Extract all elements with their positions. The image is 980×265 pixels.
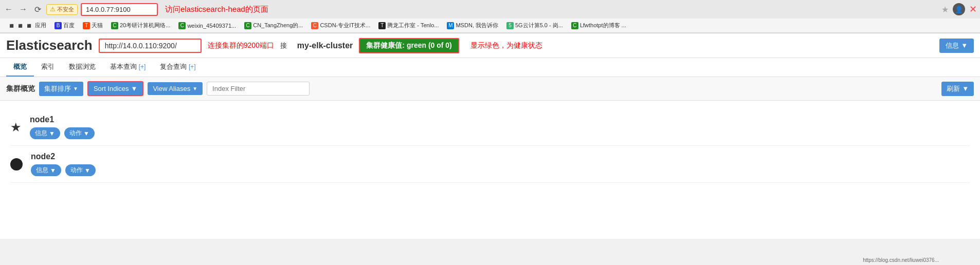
node1-info-label: 信息 — [35, 129, 47, 138]
account-icon[interactable]: 👤 — [953, 3, 965, 15]
basic-query-plus[interactable]: [+] — [139, 63, 146, 70]
connect-suffix: 接 — [280, 41, 287, 50]
cluster-sort-button[interactable]: 集群排序 ▼ — [39, 82, 83, 96]
forward-button[interactable]: → — [17, 4, 29, 15]
tab-overview-label: 概览 — [13, 63, 27, 70]
tab-basic-query[interactable]: 基本查询 [+] — [103, 58, 153, 77]
bookmark-5g[interactable]: 5 5G云计算5.0 - 岗... — [503, 21, 566, 30]
csdn-favicon: C — [311, 22, 318, 29]
cntang-favicon: C — [244, 22, 251, 29]
url-bar[interactable]: 14.0.0.77:9100 — [81, 3, 158, 16]
tab-index-label: 索引 — [41, 63, 55, 70]
close-button[interactable]: ✕ — [969, 4, 977, 15]
cluster-sort-label: 集群排序 — [44, 84, 71, 93]
node2-info-caret-icon: ▼ — [50, 167, 56, 174]
bookmark-lfwt[interactable]: C Lfwthotpt的博客 ... — [568, 21, 629, 30]
tab-data-browse[interactable]: 数据浏览 — [62, 58, 103, 77]
bookmark-tmall[interactable]: T 天猫 — [80, 21, 106, 30]
tab-data-browse-label: 数据浏览 — [69, 63, 96, 70]
node1-star-icon[interactable]: ★ — [10, 120, 22, 135]
msdn-favicon: M — [447, 22, 454, 29]
bookmark-5g-label: 5G云计算5.0 - 岗... — [515, 22, 563, 29]
tab-complex-query-label: 复合查询 — [160, 63, 187, 70]
bookmark-star-icon[interactable]: ★ — [941, 5, 949, 14]
node2-name: node2 — [31, 152, 96, 161]
browser-toolbar-right: ★ 👤 ✕ — [941, 3, 977, 15]
view-aliases-button[interactable]: View Aliases ▼ — [148, 82, 203, 95]
bookmark-msdn-label: MSDN, 我告诉你 — [456, 22, 498, 29]
sort-indices-label: Sort Indices — [94, 85, 129, 92]
info-button-label: 信息 — [946, 41, 959, 50]
page-title-annotation: 访问elasticsearch-head的页面 — [165, 5, 268, 14]
node1-info-button[interactable]: 信息 ▼ — [30, 127, 60, 139]
apps-icon: ◾◾◾ — [7, 22, 33, 30]
nodes-section: ★ node1 信息 ▼ 动作 ▼ node2 — [0, 101, 980, 191]
bookmark-tenlong-label: 腾龙工作室 - Tenlo... — [387, 22, 439, 29]
back-button[interactable]: ← — [3, 4, 14, 15]
connect-annotation: 连接集群的9200端口 — [208, 41, 274, 50]
node2-actions: 信息 ▼ 动作 ▼ — [31, 164, 96, 176]
node1-name: node1 — [30, 115, 95, 124]
bookmark-kaoyan-label: 20考研计算机网络... — [120, 22, 170, 29]
node2-action-caret-icon: ▼ — [84, 167, 90, 174]
tenlong-favicon: T — [378, 22, 386, 29]
warning-icon: ⚠ — [50, 6, 56, 13]
cluster-sort-caret-icon: ▼ — [73, 86, 78, 91]
connect-url-input[interactable] — [99, 39, 202, 53]
reload-button[interactable]: ⟳ — [32, 4, 43, 15]
app-container: Elasticsearch 连接集群的9200端口 接 my-elk-clust… — [0, 33, 980, 239]
browser-toolbar: ← → ⟳ ⚠ 不安全 14.0.0.77:9100 访问elasticsear… — [0, 0, 980, 18]
node1-action-label: 动作 — [69, 129, 82, 138]
bookmark-csdn[interactable]: C CSDN-专业IT技术... — [308, 21, 373, 30]
health-annotation: 显示绿色，为健康状态 — [470, 41, 542, 50]
bookmark-csdn-label: CSDN-专业IT技术... — [320, 22, 370, 29]
bookmark-cn-tang[interactable]: C CN_TangZheng的... — [241, 21, 306, 30]
tab-overview[interactable]: 概览 — [6, 58, 34, 77]
nav-tabs: 概览 索引 数据浏览 基本查询 [+] 复合查询 [+] — [0, 58, 980, 77]
tmall-favicon: T — [83, 22, 90, 29]
tab-basic-query-label: 基本查询 — [110, 63, 137, 70]
bookmark-lfwt-label: Lfwthotpt的博客 ... — [580, 22, 626, 29]
node-item: node2 信息 ▼ 动作 ▼ — [10, 146, 970, 183]
info-button[interactable]: 信息 ▼ — [939, 39, 974, 53]
node2-circle-icon — [10, 158, 23, 171]
bookmark-apps[interactable]: ◾◾◾ 应用 — [4, 21, 49, 31]
node1-action-button[interactable]: 动作 ▼ — [64, 127, 95, 139]
node2-info: node2 信息 ▼ 动作 ▼ — [31, 152, 96, 176]
node1-info: node1 信息 ▼ 动作 ▼ — [30, 115, 95, 139]
refresh-label: 刷新 — [947, 84, 960, 93]
tab-index[interactable]: 索引 — [34, 58, 62, 77]
lfwt-favicon: C — [571, 22, 578, 29]
bookmark-baidu[interactable]: B 百度 — [51, 21, 78, 30]
section-label: 集群概览 — [6, 84, 35, 93]
refresh-button[interactable]: 刷新 ▼ — [941, 82, 974, 96]
bookmark-baidu-label: 百度 — [63, 22, 75, 29]
baidu-favicon: B — [55, 22, 62, 29]
app-title: Elasticsearch — [6, 37, 93, 53]
info-caret-icon: ▼ — [961, 42, 968, 49]
bookmark-weixin[interactable]: C weixin_45409371... — [175, 21, 239, 30]
complex-query-plus[interactable]: [+] — [189, 63, 196, 70]
node2-info-label: 信息 — [36, 166, 48, 175]
bookmark-msdn[interactable]: M MSDN, 我告诉你 — [444, 21, 501, 30]
node2-info-button[interactable]: 信息 ▼ — [31, 164, 61, 176]
tab-complex-query[interactable]: 复合查询 [+] — [153, 58, 203, 77]
node1-info-caret-icon: ▼ — [49, 130, 55, 137]
node-item: ★ node1 信息 ▼ 动作 ▼ — [10, 109, 970, 146]
refresh-caret-icon: ▼ — [962, 85, 969, 92]
security-badge: ⚠ 不安全 — [46, 4, 78, 15]
app-header: Elasticsearch 连接集群的9200端口 接 my-elk-clust… — [0, 33, 980, 58]
bookmarks-bar: ◾◾◾ 应用 B 百度 T 天猫 C 20考研计算机网络... C weixin… — [0, 18, 980, 33]
node1-actions: 信息 ▼ 动作 ▼ — [30, 127, 95, 139]
toolbar: 集群概览 集群排序 ▼ Sort Indices ▼ View Aliases … — [0, 77, 980, 101]
browser-chrome: ← → ⟳ ⚠ 不安全 14.0.0.77:9100 访问elasticsear… — [0, 0, 980, 33]
sort-indices-button[interactable]: Sort Indices ▼ — [87, 81, 144, 96]
bookmark-weixin-label: weixin_45409371... — [187, 23, 236, 29]
node2-action-button[interactable]: 动作 ▼ — [65, 164, 96, 176]
5g-favicon: 5 — [506, 22, 514, 29]
sort-indices-caret-icon: ▼ — [131, 85, 138, 92]
bookmark-tenlong[interactable]: T 腾龙工作室 - Tenlo... — [375, 21, 442, 30]
node2-action-label: 动作 — [70, 166, 83, 175]
bookmark-kaoyanzjsj[interactable]: C 20考研计算机网络... — [108, 21, 173, 30]
index-filter-input[interactable] — [207, 82, 310, 96]
